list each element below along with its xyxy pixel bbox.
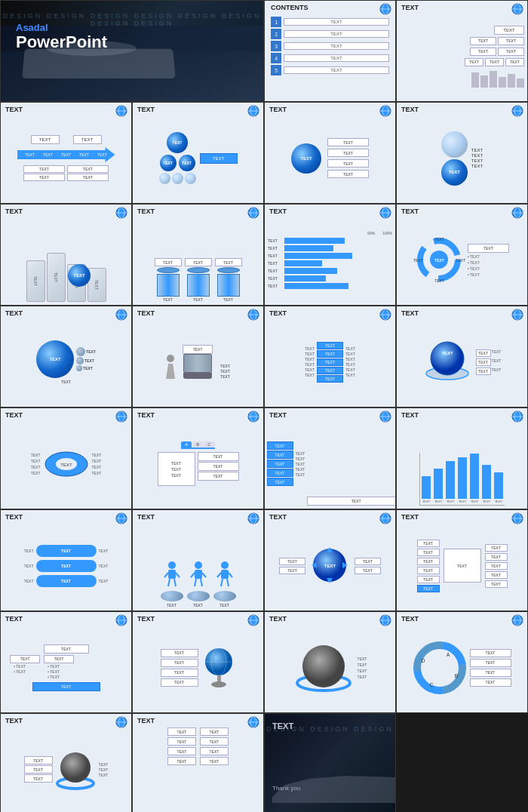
slide-label: TEXT (401, 411, 419, 419)
svg-point-67 (168, 561, 176, 569)
slide-list-boxes[interactable]: TEXT TEXT TEXT TEXT TEXT TEXT TEXT TEXT … (396, 509, 528, 611)
slide-people-spheres[interactable]: TEXT TEXT (132, 509, 264, 611)
slide-thankyou[interactable]: TEXT DESIGN DESIGN DESIGN Thank you (264, 713, 396, 812)
sphere-envelope-diagram: TEXT TEXT TEXT TEXT TEXT TEXT (4, 727, 128, 811)
slide-label: TEXT (401, 106, 419, 113)
slide-title[interactable]: DESIGN DESIGN DESIGN DESIGN DESIGN DESIG… (0, 0, 264, 102)
slide-bar-chart-v[interactable]: TEXT TEXT TEXT TEXT (396, 408, 528, 509)
slide-oval-flow[interactable]: TEXT TEXT TEXT TEXT TEXT TEXT TEXT TEXT (0, 509, 132, 611)
slide-label: TEXT (401, 309, 419, 317)
slide-orbit-ring[interactable]: TEXT TEXT TEXT TEXT TEXT (264, 611, 396, 713)
slide-table-text[interactable]: TEXT TEXT TEXT TEXT TEXT TEXT TEXT TEXT … (264, 306, 396, 408)
slide-label: TEXT (401, 513, 419, 521)
slide-grid-table2[interactable]: TEXT TEXT TEXT TEXT TEXT TEXT TEXT TEXT … (264, 408, 396, 509)
svg-text:D: D (421, 658, 425, 663)
slide-cylinders[interactable]: TEXT TEXT TEXT TEXT TEXT TEXT TEXT (132, 204, 264, 306)
globe-icon (115, 309, 127, 321)
contents-row-1: 1 TEXT (271, 17, 389, 27)
slide-label: TEXT (269, 513, 287, 521)
slide-label: TEXT (137, 513, 155, 521)
globe-icon (379, 207, 391, 219)
globe-icon (247, 309, 259, 321)
svg-point-45 (431, 342, 464, 375)
flow-boxes-diagram: TEXT TEXT TEXT TEXT TEXT TEXT TEXT TEXT (136, 727, 260, 811)
slide-sphere-ring[interactable]: TEXT TEXT TEXT TEXT TEXT TEXT TEXT TEXT (396, 306, 528, 408)
globe-icon (247, 411, 259, 423)
svg-text:TEXT: TEXT (60, 463, 72, 467)
table-text-diagram: TEXT TEXT TEXT TEXT TEXT TEXT TEXT TEXT … (268, 320, 392, 404)
slide-label: TEXT (401, 208, 419, 215)
globe-icon (379, 512, 391, 524)
svg-text:C: C (429, 682, 433, 687)
slide-sphere-envelope[interactable]: TEXT TEXT TEXT TEXT TEXT TEXT TEXT (0, 713, 132, 812)
cycle-arrows-diagram: A B C D TEXT TEXT TEXT TEXT (400, 626, 524, 709)
slide-label: TEXT (5, 717, 23, 724)
circle-text-diagram: TEXT TEXT TEXT TEXT TEXT (400, 116, 524, 200)
slide-cycle-arrows[interactable]: TEXT A B C D TEXT TEXT TEXT TEXT (396, 611, 528, 713)
slide-label: TEXT (5, 615, 23, 623)
svg-point-79 (221, 561, 229, 569)
globe-icon (115, 207, 127, 219)
people-spheres-diagram: TEXT TEXT (136, 524, 260, 607)
contents-list: 1 TEXT 2 TEXT 3 TEXT 4 TEXT 5 TEXT (268, 14, 392, 98)
slide-label: TEXT (137, 309, 155, 317)
slide-label: TEXT (269, 411, 287, 419)
slide-label: TEXT (5, 411, 23, 419)
svg-line-82 (229, 573, 232, 577)
svg-line-70 (176, 573, 180, 577)
slide-label: TEXT (5, 106, 23, 113)
svg-line-84 (227, 579, 229, 586)
svg-point-111 (302, 645, 345, 687)
slide-stacked-spheres[interactable]: TEXT TEXT TEXT TEXT TEXT TEXT (0, 306, 132, 408)
slide-globe-diagram[interactable]: TEXT TEXT TEXT TEXT TEXT (132, 611, 264, 713)
list-boxes-diagram: TEXT TEXT TEXT TEXT TEXT TEXT TEXT TEXT … (400, 524, 524, 607)
slide-label: TEXT (269, 208, 287, 215)
svg-point-73 (195, 561, 202, 569)
svg-point-106 (211, 681, 226, 687)
slide-tree-diagram[interactable]: TEXT TEXT TEXT • TEXT • TEXT TEXT (0, 611, 132, 713)
svg-line-75 (191, 573, 195, 577)
slide-arrow-flow[interactable]: TEXT TEXT TEXT TEXT TEXT TEXT TEXT TEXT (0, 102, 132, 204)
globe-icon (115, 716, 127, 728)
contents-row-2: 2 TEXT (271, 29, 389, 39)
tree-diagram: TEXT TEXT • TEXT • TEXT TEXT • TEXT • T (4, 626, 128, 709)
globe-icon (247, 207, 259, 219)
slide-contents[interactable]: CONTENTS 1 TEXT 2 TEXT 3 TEXT 4 TEXT 5 (264, 0, 396, 102)
globe-icon (511, 309, 523, 321)
slide-bar-h[interactable]: TEXT 50%100% TEXT TEXT TEXT TEXT TEXT TE… (264, 204, 396, 306)
slide-sphere-orbit2[interactable]: TEXT TEXT TEXT TEXT TEXT TEXT (264, 102, 396, 204)
globe-icon (511, 614, 523, 626)
globe-icon (115, 614, 127, 626)
slide-circle-text[interactable]: TEXT TEXT TEXT TEXT TEXT TEXT (396, 102, 528, 204)
globe-icon (511, 207, 523, 219)
contents-title: CONTENTS (271, 4, 309, 11)
brand-name: Asadal (16, 22, 48, 33)
slide-circ-arrows[interactable]: TEXT TEXT TEXT TEXT TEXT TEXT TEXT (396, 204, 528, 306)
slide-org[interactable]: TEXT TEXT TEXT TEXT TEXT TEXT TEXT (396, 0, 528, 102)
globe-icon (379, 105, 391, 117)
svg-line-81 (217, 573, 221, 577)
arrow-flow-diagram: TEXT TEXT TEXT TEXT TEXT TEXT TEXT TEXT (4, 116, 128, 200)
slide-funnel-sphere[interactable]: TEXT TEXT TEXT TEXT TEXT (132, 102, 264, 204)
cylinders-diagram: TEXT TEXT TEXT TEXT TEXT TEXT (136, 218, 260, 302)
slide-label: TEXT (269, 615, 287, 623)
sphere-arrows2-diagram: TEXT TEXT TEXT TEXT TEXT (268, 524, 392, 607)
slide-donut[interactable]: TEXT TEXT TEXT TEXT TEXT TEXT TEXT TEXT … (0, 408, 132, 509)
grid-table-diagram: TEXT TEXT TEXT TEXT TEXT TEXT TEXT TEXT … (268, 422, 392, 506)
globe-icon (379, 614, 391, 626)
globe-icon (247, 614, 259, 626)
globe-icon (379, 309, 391, 321)
globe-icon (247, 105, 259, 117)
slide-label: TEXT (272, 721, 293, 730)
slide-tab-flow[interactable]: TEXT A B C TEXTTEXTTEXT TEXT TEXT TEXT (132, 408, 264, 509)
slide-flow-boxes[interactable]: TEXT TEXT TEXT TEXT TEXT TEXT TEXT TEXT … (132, 713, 264, 812)
slide-panels[interactable]: TEXT TEXT TEXT TEXT TEXT TEXT (0, 204, 132, 306)
svg-rect-74 (195, 570, 202, 579)
globe-icon (511, 512, 523, 524)
slide-sphere-arrows2[interactable]: TEXT TEXT TEXT TEXT (264, 509, 396, 611)
slide-cylinder-db[interactable]: TEXT TEXT TEXT TEXT TEXT (132, 306, 264, 408)
svg-line-72 (174, 579, 176, 586)
contents-row-4: 4 TEXT (271, 53, 389, 63)
globe-icon (511, 105, 523, 117)
slide-label: TEXT (5, 309, 23, 317)
